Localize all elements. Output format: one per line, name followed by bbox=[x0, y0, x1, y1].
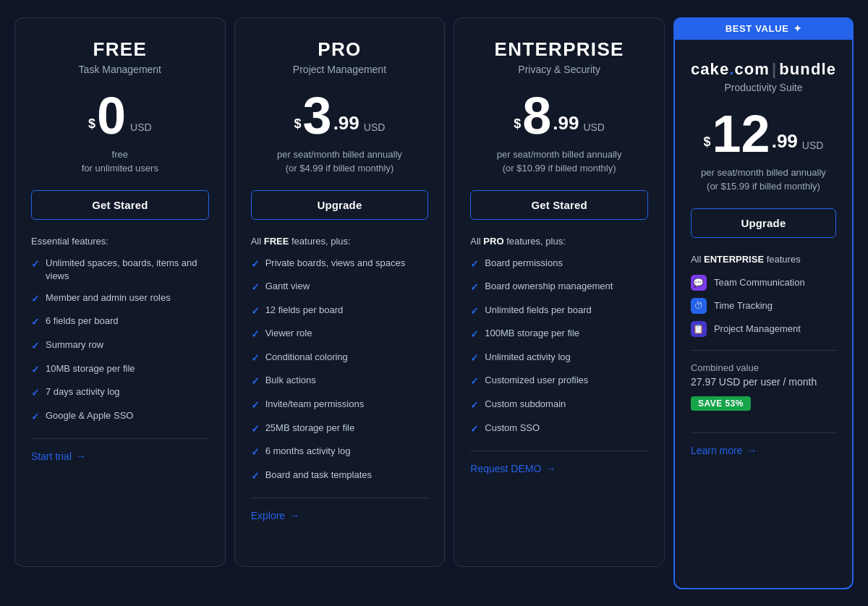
check-icon: ✓ bbox=[470, 281, 479, 295]
list-item: ✓ Summary row bbox=[31, 338, 209, 354]
check-icon: ✓ bbox=[251, 257, 260, 272]
check-icon: ✓ bbox=[470, 257, 479, 272]
list-item: ✓ Private boards, views and spaces bbox=[251, 257, 429, 272]
best-value-banner: BEST VALUE ✦ bbox=[673, 17, 854, 40]
plan-name-free: FREE bbox=[31, 38, 209, 61]
list-item: ✓ Board permissions bbox=[470, 257, 648, 272]
list-item: ✓ Gantt view bbox=[251, 280, 429, 295]
check-icon: ✓ bbox=[251, 328, 260, 342]
bundle-app-time-tracking: ⏱ Time Tracking bbox=[691, 298, 836, 314]
divider bbox=[691, 350, 836, 351]
check-icon: ✓ bbox=[31, 315, 40, 330]
check-icon: ✓ bbox=[251, 351, 260, 366]
upgrade-bundle-button[interactable]: Upgrade bbox=[691, 208, 836, 238]
plan-name-bundle: cake.com|bundle bbox=[691, 60, 836, 79]
check-icon: ✓ bbox=[251, 445, 260, 460]
price-row-free: $ 0 USD bbox=[31, 90, 209, 142]
list-item: ✓ Invite/team permissions bbox=[251, 398, 429, 413]
price-main-free: 0 bbox=[97, 90, 126, 142]
price-decimal-pro: .99 bbox=[333, 112, 359, 135]
sparkle-icon: ✦ bbox=[793, 23, 802, 34]
explore-link[interactable]: Explore → bbox=[251, 510, 299, 521]
list-item: ✓ Unlimited spaces, boards, items and vi… bbox=[31, 257, 209, 283]
price-decimal-enterprise: .99 bbox=[553, 112, 579, 135]
check-icon: ✓ bbox=[251, 469, 260, 484]
features-header-enterprise: All PRO features, plus: bbox=[470, 236, 648, 247]
bundle-apps-list: 💬 Team Communication ⏱ Time Tracking 📋 P… bbox=[691, 275, 836, 337]
feature-list-pro: ✓ Private boards, views and spaces ✓ Gan… bbox=[251, 257, 429, 484]
plan-card-enterprise: ENTERPRISE Privacy & Security $ 8 .99 US… bbox=[454, 17, 665, 567]
price-main-pro: 3 bbox=[303, 90, 332, 142]
feature-list-free: ✓ Unlimited spaces, boards, items and vi… bbox=[31, 257, 209, 424]
check-icon: ✓ bbox=[470, 422, 479, 437]
list-item: ✓ Unlimited activity log bbox=[470, 351, 648, 366]
list-item: ✓ 100MB storage per file bbox=[470, 327, 648, 342]
check-icon: ✓ bbox=[470, 304, 479, 319]
learn-more-link[interactable]: Learn more → bbox=[691, 445, 757, 456]
price-main-enterprise: 8 bbox=[522, 90, 551, 142]
pricing-container: FREE Task Management $ 0 USD free for un… bbox=[14, 17, 854, 589]
combined-value-label: Combined value bbox=[691, 362, 836, 373]
plan-card-free: FREE Task Management $ 0 USD free for un… bbox=[14, 17, 226, 567]
check-icon: ✓ bbox=[470, 351, 479, 366]
check-icon: ✓ bbox=[251, 422, 260, 437]
upgrade-pro-button[interactable]: Upgrade bbox=[251, 190, 429, 220]
list-item: ✓ Bulk actions bbox=[251, 374, 429, 389]
team-communication-icon: 💬 bbox=[691, 275, 707, 291]
list-item: ✓ 25MB storage per file bbox=[251, 422, 429, 437]
price-dollar-bundle: $ bbox=[704, 135, 711, 150]
price-dollar-enterprise: $ bbox=[514, 116, 521, 132]
price-billing-enterprise: per seat/month billed annually (or $10.9… bbox=[470, 148, 648, 176]
check-icon: ✓ bbox=[470, 328, 479, 342]
price-billing-bundle: per seat/month billed annually (or $15.9… bbox=[691, 166, 836, 194]
check-icon: ✓ bbox=[470, 375, 479, 389]
price-billing-pro: per seat/month billed annually (or $4.99… bbox=[251, 148, 429, 176]
divider-2 bbox=[691, 432, 836, 433]
price-main-bundle: 12 bbox=[712, 108, 770, 160]
check-icon: ✓ bbox=[31, 292, 40, 307]
list-item: ✓ 7 days activity log bbox=[31, 385, 209, 401]
price-usd-enterprise: USD bbox=[583, 121, 605, 133]
feature-list-enterprise: ✓ Board permissions ✓ Board ownership ma… bbox=[470, 257, 648, 437]
features-header-free: Essential features: bbox=[31, 236, 209, 247]
start-trial-link[interactable]: Start trial → bbox=[31, 451, 86, 462]
list-item: ✓ Member and admin user roles bbox=[31, 291, 209, 307]
plan-name-enterprise: ENTERPRISE bbox=[470, 38, 648, 61]
list-item: ✓ Google & Apple SSO bbox=[31, 409, 209, 424]
list-item: ✓ Custom subdomain bbox=[470, 398, 648, 413]
price-row-enterprise: $ 8 .99 USD bbox=[470, 90, 648, 142]
check-icon: ✓ bbox=[251, 304, 260, 319]
check-icon: ✓ bbox=[251, 375, 260, 389]
features-header-bundle: All ENTERPRISE features bbox=[691, 254, 836, 265]
plan-card-bundle-wrapper: BEST VALUE ✦ cake.com|bundle Productivit… bbox=[673, 17, 854, 589]
price-usd-free: USD bbox=[130, 121, 152, 133]
price-dollar-pro: $ bbox=[294, 116, 302, 132]
project-management-icon: 📋 bbox=[691, 321, 707, 337]
plan-name-pro: PRO bbox=[251, 38, 429, 61]
price-row-pro: $ 3 .99 USD bbox=[251, 90, 429, 142]
get-started-enterprise-button[interactable]: Get Stared bbox=[470, 190, 648, 220]
divider bbox=[470, 451, 648, 451]
features-header-pro: All FREE features, plus: bbox=[251, 236, 429, 247]
get-started-free-button[interactable]: Get Stared bbox=[31, 190, 209, 220]
price-usd-bundle: USD bbox=[802, 140, 824, 151]
list-item: ✓ Board ownership management bbox=[470, 280, 648, 295]
plan-subtitle-enterprise: Privacy & Security bbox=[470, 64, 648, 75]
plan-subtitle-free: Task Management bbox=[31, 64, 209, 75]
list-item: ✓ Customized user profiles bbox=[470, 374, 648, 389]
list-item: ✓ Unlimited fields per board bbox=[470, 304, 648, 319]
divider bbox=[31, 438, 209, 439]
request-demo-link[interactable]: Request DEMO → bbox=[470, 463, 556, 474]
price-usd-pro: USD bbox=[364, 121, 386, 133]
bundle-app-project-management: 📋 Project Management bbox=[691, 321, 836, 337]
plan-card-pro: PRO Project Management $ 3 .99 USD per s… bbox=[234, 17, 446, 567]
check-icon: ✓ bbox=[251, 398, 260, 413]
check-icon: ✓ bbox=[470, 398, 479, 413]
list-item: ✓ 6 months activity log bbox=[251, 445, 429, 460]
list-item: ✓ 10MB storage per file bbox=[31, 362, 209, 377]
plan-subtitle-bundle: Productivity Suite bbox=[691, 82, 836, 93]
list-item: ✓ Board and task templates bbox=[251, 469, 429, 484]
price-dollar-free: $ bbox=[88, 116, 95, 132]
save-badge: SAVE 53% bbox=[691, 396, 751, 411]
list-item: ✓ 6 fields per board bbox=[31, 315, 209, 330]
